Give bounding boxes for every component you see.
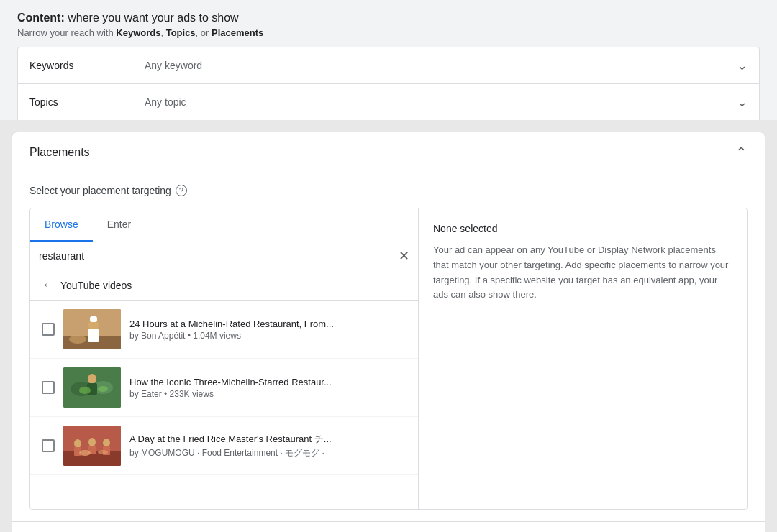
video-checkbox-2[interactable] [42, 439, 55, 452]
keywords-value: Any keyword [145, 60, 737, 71]
video-title-1: How the Iconic Three-Michelin-Starred Re… [130, 377, 406, 387]
video-info-2: A Day at the Fried Rice Master's Restaur… [130, 433, 406, 459]
topics-value: Any topic [145, 96, 737, 108]
video-list: 24 Hours at a Michelin-Rated Restaurant,… [30, 301, 418, 509]
back-label: YouTube videos [60, 280, 132, 291]
tabs: Browse Enter [30, 208, 418, 242]
topics-chevron-icon: ⌄ [737, 94, 748, 110]
search-input[interactable] [39, 250, 399, 262]
list-item: A Day at the Fried Rice Master's Restaur… [30, 417, 418, 475]
svg-point-21 [79, 450, 91, 456]
svg-point-12 [98, 386, 108, 392]
svg-rect-4 [90, 316, 97, 322]
video-checkbox-1[interactable] [42, 381, 55, 394]
search-bar: ✕ [30, 242, 418, 270]
placements-header: Placements ⌃ [12, 132, 765, 173]
list-item: 24 Hours at a Michelin-Rated Restaurant,… [30, 301, 418, 359]
svg-point-17 [88, 438, 96, 446]
placement-panels: Browse Enter ✕ ← YouTube videos [29, 208, 748, 510]
video-title-0: 24 Hours at a Michelin-Rated Restaurant,… [130, 318, 406, 329]
svg-rect-3 [88, 329, 99, 342]
list-item: How the Iconic Three-Michelin-Starred Re… [30, 359, 418, 417]
none-selected-label: None selected [433, 223, 732, 234]
topics-label: Topics [29, 96, 145, 108]
keywords-label: Keywords [29, 60, 145, 71]
content-title: Content: where you want your ads to show [17, 12, 760, 24]
help-icon[interactable]: ? [176, 185, 187, 196]
keywords-row[interactable]: Keywords Any keyword ⌄ [17, 47, 760, 84]
svg-point-22 [98, 450, 108, 454]
right-panel: None selected Your ad can appear on any … [419, 208, 747, 509]
svg-point-19 [103, 439, 110, 447]
placements-title: Placements [29, 146, 90, 159]
video-thumbnail-0 [63, 309, 121, 349]
none-selected-desc: Your ad can appear on any YouTube or Dis… [433, 243, 732, 303]
select-placement-label: Select your placement targeting ? [29, 185, 748, 196]
video-meta-1: by Eater • 233K views [130, 389, 406, 399]
placements-expand-icon[interactable]: ⌃ [735, 144, 748, 161]
video-meta-0: by Bon Appétit • 1.04M views [130, 331, 406, 341]
video-thumbnail-1 [63, 367, 121, 408]
back-arrow-icon: ← [42, 278, 55, 293]
svg-point-15 [74, 439, 81, 448]
video-thumbnail-2 [63, 426, 121, 466]
video-meta-2: by MOGUMOGU · Food Entertainment · モグモグ … [130, 447, 406, 459]
tab-browse[interactable]: Browse [30, 208, 93, 242]
video-info-0: 24 Hours at a Michelin-Rated Restaurant,… [130, 318, 406, 341]
svg-point-11 [79, 387, 91, 394]
left-panel: Browse Enter ✕ ← YouTube videos [30, 208, 419, 509]
policy-note: Note: Google's policy doesn't allow you … [12, 521, 765, 532]
back-nav[interactable]: ← YouTube videos [30, 270, 418, 301]
svg-point-9 [88, 374, 96, 384]
video-title-2: A Day at the Fried Rice Master's Restaur… [130, 433, 406, 446]
video-checkbox-0[interactable] [42, 323, 55, 336]
video-info-1: How the Iconic Three-Michelin-Starred Re… [130, 377, 406, 399]
topics-row[interactable]: Topics Any topic ⌄ [17, 83, 760, 121]
svg-point-5 [69, 335, 86, 344]
content-subtitle: Narrow your reach with Keywords, Topics,… [17, 27, 760, 38]
tab-enter[interactable]: Enter [93, 208, 145, 242]
keywords-chevron-icon: ⌄ [737, 58, 748, 73]
clear-icon[interactable]: ✕ [399, 249, 409, 262]
